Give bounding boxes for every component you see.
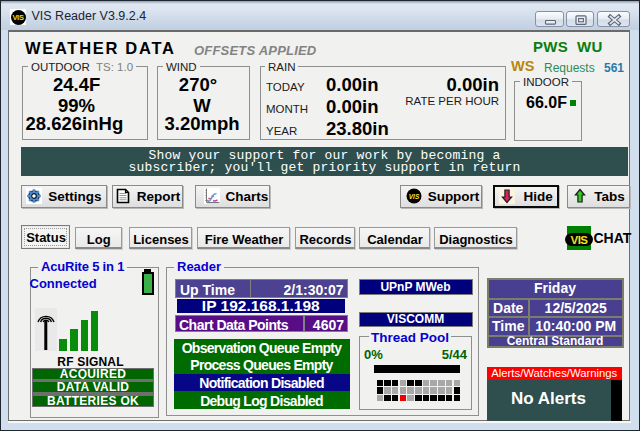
svg-text:VIS: VIS xyxy=(570,233,588,245)
svg-text:VIS: VIS xyxy=(408,193,419,200)
